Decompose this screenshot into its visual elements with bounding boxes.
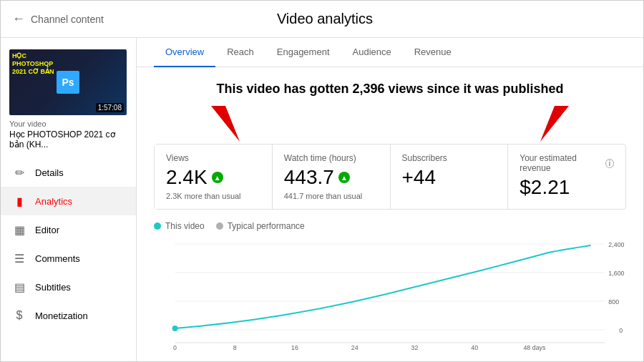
- summary-section: This video has gotten 2,396 views since …: [137, 67, 643, 210]
- sidebar-item-details-label: Details: [35, 167, 64, 178]
- sidebar-item-monetization[interactable]: $ Monetization: [1, 301, 136, 330]
- tab-revenue[interactable]: Revenue: [403, 38, 463, 67]
- metric-subscribers: Subscribers +44: [391, 145, 509, 209]
- red-arrows-row: [154, 108, 626, 144]
- typical-label: Typical performance: [228, 221, 305, 231]
- svg-text:8: 8: [233, 344, 237, 351]
- chart-line-this-video: [175, 245, 591, 328]
- svg-marker-1: [540, 106, 569, 142]
- app-container: ← Channel content Video analytics HỌCPHO…: [0, 0, 644, 362]
- main-layout: HỌCPHOTOSHOP2021 CƠ BẢN Ps 1:57:08 Your …: [1, 38, 643, 361]
- metric-subscribers-label: Subscribers: [402, 153, 497, 163]
- svg-text:48 days: 48 days: [523, 344, 546, 351]
- sidebar-item-details[interactable]: ✏ Details: [1, 158, 136, 187]
- metric-revenue: Your estimated revenue i $2.21: [508, 145, 625, 209]
- thumbnail-image: HỌCPHOTOSHOP2021 CƠ BẢN Ps 1:57:08: [9, 49, 127, 115]
- subtitles-icon: ▤: [12, 280, 26, 294]
- thumb-yellow-text: HỌCPHOTOSHOP2021 CƠ BẢN: [12, 52, 54, 75]
- chart-section: This video Typical performance: [137, 221, 643, 357]
- svg-marker-0: [211, 106, 240, 142]
- metrics-row: Views 2.4K ▲ 2.3K more than usual Watch …: [154, 144, 626, 210]
- chart-container: 2,400 1,600 800 0 0 8 16 24 32 40 48 day…: [154, 237, 626, 351]
- video-duration: 1:57:08: [96, 103, 124, 112]
- sidebar-item-monetization-label: Monetization: [35, 310, 88, 321]
- this-video-label: This video: [165, 221, 205, 231]
- metric-views: Views 2.4K ▲ 2.3K more than usual: [155, 145, 273, 209]
- sidebar-item-analytics-label: Analytics: [35, 196, 72, 207]
- svg-text:24: 24: [351, 344, 358, 351]
- views-green-dot: ▲: [212, 172, 223, 183]
- back-label: Channel content: [31, 14, 104, 25]
- metric-watchtime-label: Watch time (hours): [284, 153, 379, 163]
- tab-audience[interactable]: Audience: [341, 38, 403, 67]
- tab-reach[interactable]: Reach: [215, 38, 265, 67]
- metric-subscribers-value: +44: [402, 166, 497, 189]
- typical-dot: [216, 222, 223, 230]
- monetization-icon: $: [12, 309, 26, 322]
- metric-watchtime: Watch time (hours) 443.7 ▲ 441.7 more th…: [273, 145, 391, 209]
- sidebar: HỌCPHOTOSHOP2021 CƠ BẢN Ps 1:57:08 Your …: [1, 38, 137, 361]
- metric-watchtime-value: 443.7 ▲: [284, 166, 379, 189]
- see-more-link[interactable]: SEE MORE: [154, 360, 206, 361]
- editor-icon: ▦: [12, 223, 26, 237]
- summary-title: This video has gotten 2,396 views since …: [154, 82, 626, 97]
- metric-watchtime-sub: 441.7 more than usual: [284, 192, 379, 200]
- video-thumbnail-section: HỌCPHOTOSHOP2021 CƠ BẢN Ps 1:57:08 Your …: [9, 49, 127, 150]
- red-arrow-right: [512, 106, 569, 144]
- metric-views-label: Views: [166, 153, 260, 163]
- legend-this-video: This video: [154, 221, 205, 231]
- svg-text:2,400: 2,400: [608, 241, 624, 248]
- back-button[interactable]: ← Channel content: [12, 11, 104, 26]
- svg-text:32: 32: [411, 344, 419, 351]
- details-icon: ✏: [12, 166, 26, 180]
- red-arrow-left: [211, 106, 268, 144]
- chart-start-dot: [172, 326, 178, 331]
- video-label: Your video: [9, 119, 127, 128]
- sidebar-item-subtitles[interactable]: ▤ Subtitles: [1, 273, 136, 301]
- metric-views-value: 2.4K ▲: [166, 166, 260, 189]
- metric-revenue-value: $2.21: [519, 176, 614, 199]
- tabs-bar: Overview Reach Engagement Audience Reven…: [137, 38, 643, 67]
- svg-text:0: 0: [173, 344, 177, 351]
- sidebar-item-editor[interactable]: ▦ Editor: [1, 215, 136, 244]
- metric-revenue-label: Your estimated revenue i: [519, 153, 614, 173]
- top-bar: ← Channel content Video analytics: [1, 1, 643, 38]
- sidebar-item-subtitles-label: Subtitles: [35, 282, 71, 293]
- svg-text:40: 40: [471, 344, 478, 351]
- info-icon: i: [605, 159, 614, 168]
- svg-text:800: 800: [608, 298, 619, 305]
- chart-svg: 2,400 1,600 800 0 0 8 16 24 32 40 48 day…: [154, 237, 626, 351]
- this-video-dot: [154, 222, 161, 230]
- svg-text:0: 0: [619, 327, 623, 334]
- sidebar-item-comments[interactable]: ☰ Comments: [1, 244, 136, 273]
- svg-text:1,600: 1,600: [608, 270, 624, 277]
- tab-overview[interactable]: Overview: [154, 38, 215, 67]
- sidebar-item-editor-label: Editor: [35, 225, 59, 235]
- content-area: Overview Reach Engagement Audience Reven…: [137, 38, 643, 361]
- comments-icon: ☰: [12, 252, 26, 265]
- back-arrow-icon: ←: [12, 11, 25, 26]
- watchtime-green-dot: ▲: [338, 172, 350, 183]
- metric-views-sub: 2.3K more than usual: [166, 192, 260, 200]
- ps-icon: Ps: [57, 71, 79, 94]
- sidebar-item-comments-label: Comments: [35, 253, 80, 264]
- legend-typical: Typical performance: [216, 221, 305, 231]
- video-name: Học PHOTOSHOP 2021 cơ bản (KH...: [9, 129, 127, 150]
- svg-text:16: 16: [291, 344, 298, 351]
- page-title: Video analytics: [277, 11, 459, 27]
- sidebar-item-analytics[interactable]: ▮ Analytics: [1, 187, 136, 215]
- tab-engagement[interactable]: Engagement: [265, 38, 341, 67]
- see-more-section: SEE MORE: [137, 357, 643, 361]
- chart-legend: This video Typical performance: [154, 221, 626, 231]
- analytics-icon: ▮: [12, 195, 26, 208]
- sidebar-navigation: ✏ Details ▮ Analytics ▦ Editor ☰ Comment…: [1, 158, 136, 330]
